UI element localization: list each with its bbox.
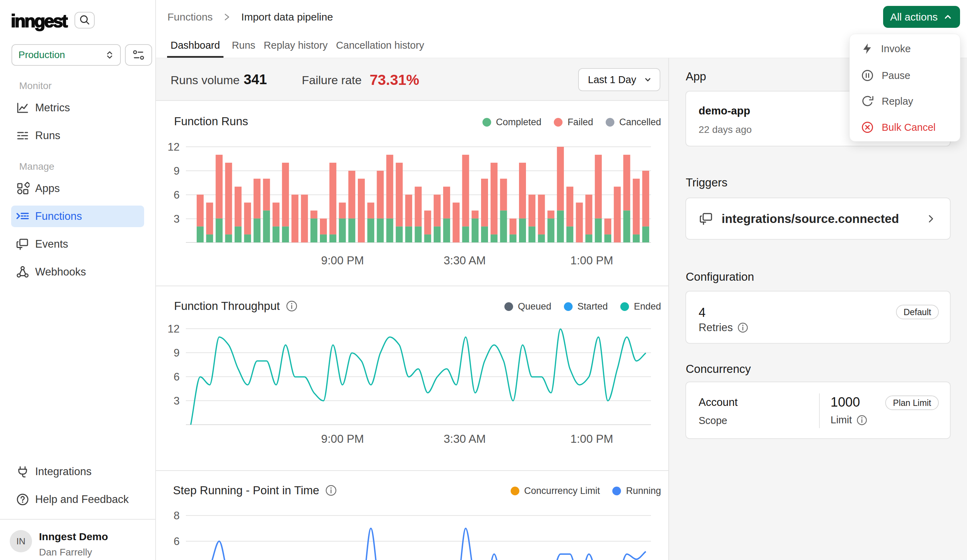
svg-text:8: 8 — [174, 510, 180, 522]
svg-text:12: 12 — [168, 141, 180, 153]
svg-text:9: 9 — [174, 347, 180, 359]
svg-text:1:00 PM: 1:00 PM — [571, 432, 613, 445]
svg-text:6: 6 — [174, 189, 180, 201]
svg-text:3: 3 — [174, 395, 180, 407]
svg-text:1:00 PM: 1:00 PM — [571, 254, 613, 267]
svg-text:9:00 PM: 9:00 PM — [321, 432, 364, 445]
svg-text:6: 6 — [174, 371, 180, 383]
svg-text:9: 9 — [174, 165, 180, 177]
svg-text:3:30 AM: 3:30 AM — [444, 254, 485, 267]
svg-text:3: 3 — [174, 213, 180, 225]
svg-text:12: 12 — [168, 323, 180, 335]
svg-text:9:00 PM: 9:00 PM — [321, 254, 364, 267]
svg-text:3:30 AM: 3:30 AM — [444, 432, 485, 445]
svg-text:6: 6 — [174, 535, 180, 547]
